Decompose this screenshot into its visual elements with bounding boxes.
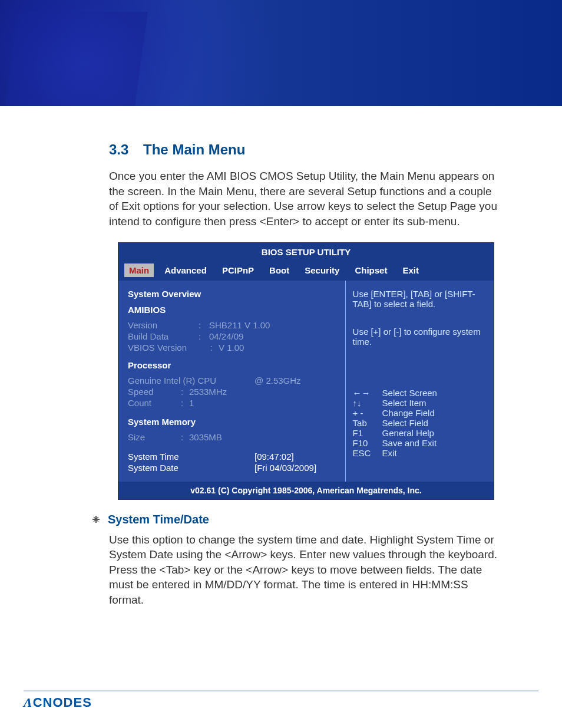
nav-key-f1: F1 <box>353 428 382 438</box>
header-banner <box>0 0 562 106</box>
nav-key-tab: Tab <box>353 418 382 428</box>
help-text-1: Use [ENTER], [TAB] or [SHIFT-TAB] to sel… <box>353 289 487 309</box>
build-data-label: Build Data <box>128 331 199 341</box>
nav-lbl-select-item: Select Item <box>382 398 427 408</box>
section-title: The Main Menu <box>143 141 245 157</box>
count-label: Count <box>128 398 181 408</box>
cpu-freq: @ 2.53GHz <box>254 375 301 386</box>
version-value: SHB211 V 1.00 <box>209 320 336 330</box>
nav-lbl-save-exit: Save and Exit <box>382 438 437 448</box>
cross-icon <box>92 515 100 523</box>
tab-pcipnp[interactable]: PCIPnP <box>217 263 259 277</box>
speed-label: Speed <box>128 387 181 397</box>
sep: : <box>199 331 209 341</box>
sub-heading: System Time/Date <box>108 513 209 526</box>
tab-security[interactable]: Security <box>300 263 344 277</box>
section-heading: 3.3 The Main Menu <box>109 141 503 158</box>
system-date-value[interactable]: [Fri 04/03/2009] <box>254 463 316 473</box>
system-date-label[interactable]: System Date <box>128 463 254 473</box>
sep: : <box>199 320 209 330</box>
nav-lbl-change-field: Change Field <box>382 408 435 418</box>
nav-key-f10: F10 <box>353 438 382 448</box>
brand-logo: ΛCNODES <box>24 695 538 710</box>
bios-footer: v02.61 (C) Copyright 1985-2006, American… <box>118 482 494 499</box>
nav-help: ←→Select Screen ↑↓Select Item + -Change … <box>353 388 487 458</box>
tab-exit[interactable]: Exit <box>398 263 424 277</box>
system-time-label[interactable]: System Time <box>128 452 254 462</box>
bios-tabs: Main Advanced PCIPnP Boot Security Chips… <box>118 261 494 281</box>
tab-main[interactable]: Main <box>124 263 154 277</box>
intro-paragraph: Once you enter the AMI BIOS CMOS Setup U… <box>109 169 503 229</box>
speed-value: 2533MHz <box>189 387 336 397</box>
nav-key-arrows-ud: ↑↓ <box>353 398 382 408</box>
subheading-row: System Time/Date <box>91 513 503 526</box>
bios-screenshot: BIOS SETUP UTILITY Main Advanced PCIPnP … <box>118 242 494 500</box>
page-content: 3.3 The Main Menu Once you enter the AMI… <box>0 112 562 620</box>
sep: : <box>181 387 189 397</box>
vbios-value: V 1.00 <box>219 342 336 353</box>
nav-lbl-general-help: General Help <box>382 428 434 438</box>
sep: : <box>181 398 189 408</box>
size-value: 3035MB <box>189 432 336 442</box>
nav-lbl-exit: Exit <box>382 448 397 458</box>
nav-key-plusminus: + - <box>353 408 382 418</box>
page-footer: ΛCNODES <box>0 690 562 728</box>
bios-title: BIOS SETUP UTILITY <box>118 243 494 261</box>
bios-right-panel: Use [ENTER], [TAB] or [SHIFT-TAB] to sel… <box>346 281 494 482</box>
system-overview-label: System Overview <box>128 289 336 299</box>
bios-left-panel: System Overview AMIBIOS Version : SHB211… <box>118 281 346 482</box>
sub-paragraph: Use this option to change the system tim… <box>109 532 503 608</box>
memory-label: System Memory <box>128 417 336 427</box>
system-time-value[interactable]: [09:47:02] <box>254 452 294 462</box>
brand-text: CNODES <box>33 695 92 710</box>
tab-advanced[interactable]: Advanced <box>160 263 211 277</box>
amibios-label: AMIBIOS <box>128 305 336 315</box>
sep: : <box>181 432 189 442</box>
nav-lbl-select-screen: Select Screen <box>382 388 437 398</box>
nav-key-esc: ESC <box>353 448 382 458</box>
footer-rule <box>24 690 538 691</box>
vbios-label: VBIOS Version <box>128 342 210 353</box>
sep: : <box>210 342 219 353</box>
bullet-icon <box>91 515 101 524</box>
version-label: Version <box>128 320 199 330</box>
processor-label: Processor <box>128 360 336 370</box>
help-text-2: Use [+] or [-] to configure system time. <box>353 327 487 347</box>
cpu-name: Genuine Intel (R) CPU <box>128 375 254 386</box>
section-number: 3.3 <box>109 141 128 157</box>
count-value: 1 <box>189 398 336 408</box>
brand-lambda-icon: Λ <box>24 695 33 710</box>
tab-chipset[interactable]: Chipset <box>350 263 392 277</box>
build-data-value: 04/24/09 <box>209 331 336 341</box>
nav-lbl-select-field: Select Field <box>382 418 428 428</box>
tab-boot[interactable]: Boot <box>265 263 294 277</box>
banner-decor <box>5 12 148 106</box>
nav-key-arrows-lr: ←→ <box>353 388 382 398</box>
bios-body: System Overview AMIBIOS Version : SHB211… <box>118 281 494 482</box>
size-label: Size <box>128 432 181 442</box>
